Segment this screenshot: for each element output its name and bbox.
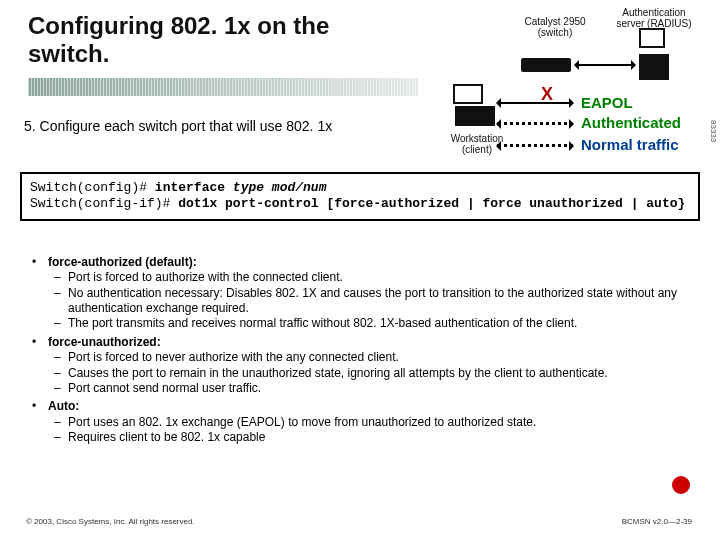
item-head: force-unauthorized: [48,335,161,349]
arrow-normal [497,144,573,147]
item-force-unauthorized: force-unauthorized: [22,335,704,350]
code-prompt-2: Switch(config-if)# [30,196,178,211]
sub-item: Port is forced to authorize with the con… [22,270,704,285]
slide: Configuring 802. 1x on the switch. Catal… [0,0,720,540]
red-dot-icon [672,476,690,494]
item-auto: Auto: [22,399,704,414]
item-head: force-authorized (default): [48,255,197,269]
code-arg-1: type mod/num [233,180,327,195]
sub-item: Port is forced to never authorize with t… [22,350,704,365]
network-diagram: Catalyst 2950 (switch) Authentication se… [425,6,705,166]
slide-title: Configuring 802. 1x on the switch. [28,12,348,67]
sub-item: Causes the port to remain in the unautho… [22,366,704,381]
authenticated-label: Authenticated [581,114,681,131]
x-mark-icon: X [541,84,553,105]
footer-slide-number: BCMSN v2.0—2-39 [622,517,692,526]
bullet-list: force-authorized (default): Port is forc… [22,252,704,445]
item-head: Auto: [48,399,79,413]
workstation-monitor-icon [453,84,483,104]
step-text: 5. Configure each switch port that will … [24,118,404,135]
arrow-eapol [497,102,573,104]
code-box: Switch(config)# interface type mod/num S… [20,172,700,221]
code-cmd-2: dot1x port-control [force-authorized | f… [178,196,685,211]
arrow-switch-server [575,64,635,66]
accent-bar [28,78,418,96]
code-cmd-1: interface [155,180,233,195]
eapol-label: EAPOL [581,94,633,111]
code-prompt-1: Switch(config)# [30,180,155,195]
sub-item: Requires client to be 802. 1x capable [22,430,704,445]
server-monitor-icon [639,28,665,48]
sub-item: Port cannot send normal user traffic. [22,381,704,396]
footer-copyright: © 2003, Cisco Systems, Inc. All rights r… [26,517,195,526]
sub-item: No authentication necessary: Disables 80… [22,286,704,317]
server-label: Authentication server (RADIUS) [609,8,699,29]
workstation-icon [455,106,495,126]
switch-label: Catalyst 2950 (switch) [510,16,600,38]
sub-item: The port transmits and receives normal t… [22,316,704,331]
item-force-authorized: force-authorized (default): [22,255,704,270]
diagram-id: 83333 [709,120,718,142]
code-line-2: Switch(config-if)# dot1x port-control [f… [30,196,690,212]
arrow-auth [497,122,573,125]
code-line-1: Switch(config)# interface type mod/num [30,180,690,196]
sub-item: Port uses an 802. 1x exchange (EAPOL) to… [22,415,704,430]
switch-icon [521,58,571,72]
server-icon [639,54,669,80]
normal-traffic-label: Normal traffic [581,136,679,153]
